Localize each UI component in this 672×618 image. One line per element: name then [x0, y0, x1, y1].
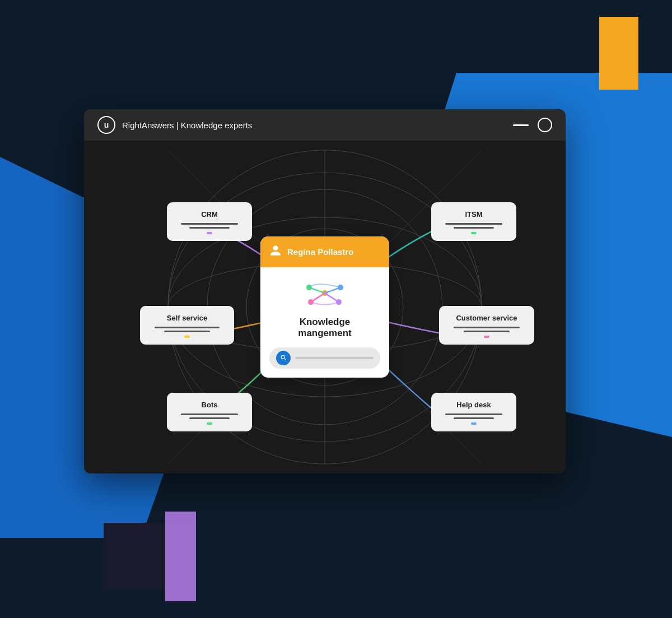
bg-orange-accent: [599, 17, 638, 90]
card-bots-dot: [207, 422, 212, 425]
app-logo: u: [97, 116, 115, 134]
card-itsm-line2: [454, 227, 494, 229]
search-input-bar: [295, 357, 374, 359]
card-self-service-line1: [155, 327, 220, 328]
card-self-service: Self service: [140, 306, 234, 345]
search-bar[interactable]: [269, 347, 380, 369]
card-itsm-dot: [471, 232, 477, 234]
card-customer-service: Customer service: [439, 306, 534, 345]
center-card-title: Knowledge mangement: [269, 317, 380, 340]
card-self-service-line2: [164, 331, 210, 332]
titlebar-left: u RightAnswers | Knowledge experts: [97, 116, 252, 134]
card-itsm-line1: [445, 223, 502, 225]
card-customer-service-dot: [484, 336, 489, 338]
km-icon: [269, 276, 380, 312]
titlebar-controls: [513, 118, 552, 132]
search-icon: [276, 351, 291, 365]
svg-line-17: [311, 293, 325, 302]
card-crm-line2: [189, 227, 230, 229]
maximize-icon[interactable]: [538, 118, 552, 132]
user-icon: [269, 244, 282, 259]
card-customer-service-line1: [454, 327, 519, 328]
card-bots: Bots: [167, 393, 252, 431]
main-canvas: CRM Self service Bots ITSM C: [84, 141, 566, 473]
app-window: u RightAnswers | Knowledge experts: [84, 109, 566, 473]
svg-line-18: [325, 293, 339, 302]
svg-line-16: [325, 287, 340, 293]
titlebar: u RightAnswers | Knowledge experts: [84, 109, 566, 141]
card-bots-line1: [181, 413, 238, 415]
bg-purple-rect: [165, 512, 196, 601]
card-customer-service-title: Customer service: [448, 314, 525, 322]
card-customer-service-line2: [464, 331, 510, 332]
minimize-icon[interactable]: [513, 124, 529, 126]
card-itsm: ITSM: [431, 202, 516, 241]
card-crm-title: CRM: [176, 210, 243, 219]
center-card-knowledge-management: Regina Pollastro: [260, 236, 389, 378]
card-bots-line2: [189, 417, 230, 419]
app-title: RightAnswers | Knowledge experts: [122, 120, 252, 130]
card-crm-line1: [181, 223, 238, 225]
card-itsm-title: ITSM: [440, 210, 507, 219]
card-self-service-dot: [184, 336, 190, 338]
card-bots-title: Bots: [176, 401, 243, 409]
svg-line-15: [309, 287, 325, 293]
center-card-body: Knowledge mangement: [260, 267, 389, 378]
center-card-user-name: Regina Pollastro: [287, 247, 353, 257]
card-help-desk-line1: [445, 413, 502, 415]
card-help-desk-title: Help desk: [440, 401, 507, 409]
card-help-desk-line2: [454, 417, 494, 419]
card-help-desk-dot: [471, 422, 477, 425]
card-crm-dot: [207, 232, 212, 234]
center-card-header: Regina Pollastro: [260, 236, 389, 267]
card-help-desk: Help desk: [431, 393, 516, 431]
card-crm: CRM: [167, 202, 252, 241]
card-self-service-title: Self service: [149, 314, 225, 322]
